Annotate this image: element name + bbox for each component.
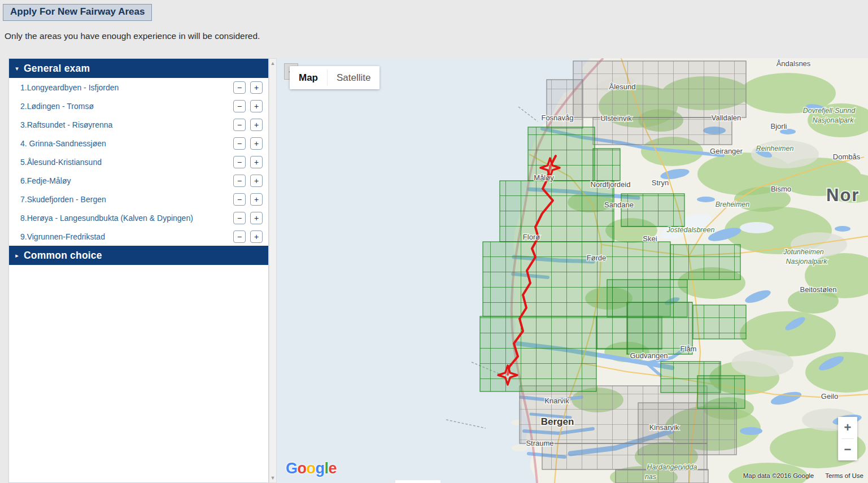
increase-experience-button[interactable]: +: [250, 193, 263, 206]
scroll-up-icon[interactable]: ▲: [271, 59, 276, 68]
sidebar: ▾ General exam 1.Longyeardbyen - Isfjord…: [8, 58, 277, 483]
zoom-control: + −: [838, 417, 857, 460]
increase-experience-button[interactable]: +: [250, 100, 263, 112]
svg-text:Nasjonalpark: Nasjonalpark: [813, 116, 854, 124]
increase-experience-button[interactable]: +: [250, 137, 263, 150]
svg-text:Reinheimen: Reinheimen: [756, 145, 794, 153]
increase-experience-button[interactable]: +: [250, 230, 263, 243]
section-general-exam[interactable]: ▾ General exam: [9, 59, 268, 78]
area-row: 7.Skudefjorden - Bergen − +: [9, 190, 268, 208]
area-row: 3.Raftsundet - Risøyrenna − +: [9, 115, 268, 134]
map-attribution: Map data ©2016 Google Terms of Use: [743, 472, 863, 479]
svg-text:Knarvik: Knarvik: [544, 397, 569, 405]
svg-text:Hardangervidda: Hardangervidda: [647, 463, 697, 471]
increase-experience-button[interactable]: +: [250, 156, 263, 168]
map-data-copyright: Map data ©2016 Google: [743, 472, 814, 479]
area-label: 8.Herøya - Langesundbukta (Kalven & Dypi…: [20, 214, 229, 223]
map-canvas[interactable]: ÅndalsnesÅlesundFosnavågUlsteinvikVallda…: [277, 58, 868, 483]
area-label: 2.Lødingen - Tromsø: [20, 102, 229, 111]
svg-text:Geiranger: Geiranger: [710, 147, 743, 155]
svg-text:Førde: Førde: [587, 254, 607, 262]
section-general-exam-label: General exam: [24, 63, 90, 75]
svg-text:Nordfjordeid: Nordfjordeid: [591, 180, 631, 189]
svg-text:Bjorli: Bjorli: [771, 122, 787, 130]
increase-experience-button[interactable]: +: [250, 119, 263, 131]
decrease-experience-button[interactable]: −: [233, 230, 246, 243]
area-row: 1.Longyeardbyen - Isfjorden − +: [9, 78, 268, 97]
svg-text:Ulsteinvik: Ulsteinvik: [600, 114, 632, 123]
area-label: 3.Raftsundet - Risøyrenna: [20, 120, 229, 129]
area-label: 9.Vigrunnen-Fredrikstad: [20, 232, 229, 241]
page-subtitle: Only the areas you have enough experienc…: [5, 31, 260, 41]
sidebar-scrollbar[interactable]: ▲ ▼: [269, 58, 277, 483]
decrease-experience-button[interactable]: −: [233, 81, 246, 94]
decrease-experience-button[interactable]: −: [233, 175, 246, 187]
area-label: 4. Grinna-Sandnessjøen: [20, 139, 229, 148]
terms-of-use-link[interactable]: Terms of Use: [825, 472, 863, 479]
area-label: 6.Fedje-Måløy: [20, 176, 229, 185]
caret-down-icon: ▾: [10, 65, 24, 72]
sidebar-panel: ▾ General exam 1.Longyeardbyen - Isfjord…: [8, 58, 269, 483]
decrease-experience-button[interactable]: −: [233, 193, 246, 206]
zoom-in-button[interactable]: +: [838, 417, 857, 438]
area-row: 5.Ålesund-Kristiansund − +: [9, 153, 268, 171]
decrease-experience-button[interactable]: −: [233, 156, 246, 168]
area-label: 1.Longyeardbyen - Isfjorden: [20, 83, 229, 92]
svg-text:Nasjonalpark: Nasjonalpark: [786, 258, 828, 266]
svg-text:Jotunheimen: Jotunheimen: [783, 248, 824, 256]
scroll-down-icon[interactable]: ▼: [271, 473, 276, 482]
satellite-view-button[interactable]: Satellite: [328, 66, 380, 89]
decrease-experience-button[interactable]: −: [233, 100, 246, 112]
svg-text:Måløy: Måløy: [534, 173, 554, 182]
decrease-experience-button[interactable]: −: [233, 212, 246, 224]
svg-text:Åndalsnes: Åndalsnes: [777, 59, 811, 68]
svg-text:Stryn: Stryn: [652, 179, 669, 187]
area-row: 2.Lødingen - Tromsø − +: [9, 97, 268, 115]
caret-right-icon: ▸: [10, 252, 24, 259]
svg-text:Nor: Nor: [826, 185, 860, 205]
page-title: Apply For New Fairway Areas: [3, 4, 152, 21]
google-logo[interactable]: Google: [286, 460, 337, 477]
svg-text:Skei: Skei: [643, 234, 657, 243]
svg-text:Bismo: Bismo: [771, 185, 791, 193]
svg-text:Sandane: Sandane: [604, 201, 634, 209]
section-common-choice-label: Common choice: [24, 250, 102, 262]
increase-experience-button[interactable]: +: [250, 175, 263, 187]
svg-text:Jostedalsbreen: Jostedalsbreen: [666, 226, 715, 234]
svg-text:nas: nas: [645, 473, 656, 481]
svg-text:Dombås: Dombås: [833, 153, 861, 161]
increase-experience-button[interactable]: +: [250, 81, 263, 94]
area-row: 9.Vigrunnen-Fredrikstad − +: [9, 227, 268, 246]
svg-text:Geilo: Geilo: [821, 392, 838, 401]
svg-text:Breheimen: Breheimen: [716, 201, 749, 208]
map-type-control: Map Satellite: [290, 66, 380, 89]
svg-text:Beitostølen: Beitostølen: [800, 285, 836, 294]
area-list: 1.Longyeardbyen - Isfjorden − + 2.Løding…: [9, 78, 268, 246]
decrease-experience-button[interactable]: −: [233, 119, 246, 131]
svg-text:Valldalen: Valldalen: [712, 114, 741, 122]
svg-text:Dovrefjell-Sunnd: Dovrefjell-Sunnd: [803, 107, 856, 115]
svg-text:Bergen: Bergen: [541, 416, 574, 427]
area-label: 5.Ålesund-Kristiansund: [20, 158, 229, 167]
section-common-choice[interactable]: ▸ Common choice: [9, 246, 268, 265]
area-row: 6.Fedje-Måløy − +: [9, 171, 268, 190]
area-label: 7.Skudefjorden - Bergen: [20, 195, 229, 204]
apply-fairway-areas-page: Apply For New Fairway Areas Only the are…: [0, 0, 868, 483]
map-view-button[interactable]: Map: [290, 66, 327, 89]
decrease-experience-button[interactable]: −: [233, 137, 246, 150]
svg-text:Straume: Straume: [526, 439, 553, 447]
area-row: 4. Grinna-Sandnessjøen − +: [9, 134, 268, 153]
increase-experience-button[interactable]: +: [250, 212, 263, 224]
map-graphics: ÅndalsnesÅlesundFosnavågUlsteinvikVallda…: [277, 58, 868, 483]
svg-text:Gudvangen: Gudvangen: [630, 351, 668, 360]
svg-text:Kinsarvik: Kinsarvik: [649, 423, 679, 432]
area-row: 8.Herøya - Langesundbukta (Kalven & Dypi…: [9, 208, 268, 227]
svg-text:Florø: Florø: [523, 233, 540, 241]
svg-text:Ålesund: Ålesund: [609, 82, 636, 91]
svg-text:Flåm: Flåm: [681, 345, 697, 353]
zoom-out-button[interactable]: −: [838, 439, 857, 460]
svg-text:Fosnavåg: Fosnavåg: [541, 114, 573, 122]
